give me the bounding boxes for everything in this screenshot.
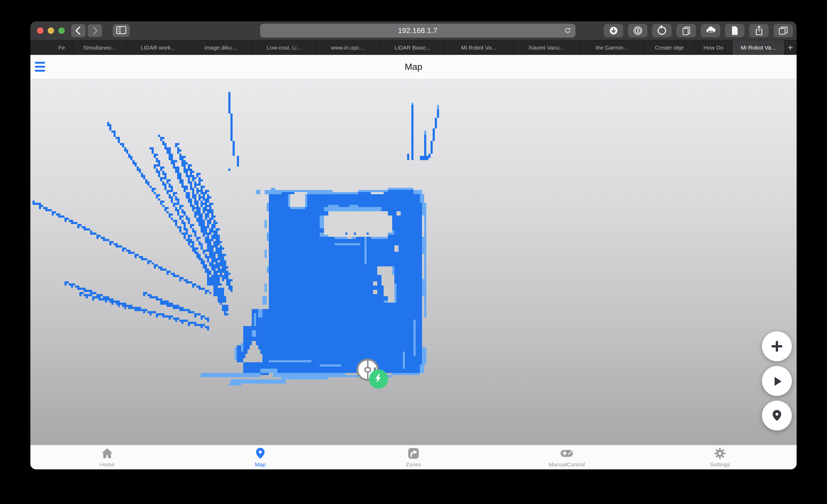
zoom-in-fab[interactable] xyxy=(762,332,792,361)
page-title: Map xyxy=(30,55,797,78)
forward-button[interactable] xyxy=(88,24,102,37)
bottom-nav: HomeMapZonesManualControlSettings xyxy=(30,445,797,469)
download-circle-icon xyxy=(607,24,620,37)
web-content: Map HomeMapZonesManualControlSettings xyxy=(30,55,797,469)
history-back-button[interactable] xyxy=(652,24,672,37)
browser-tab[interactable] xyxy=(30,40,38,55)
back-button[interactable] xyxy=(71,24,86,37)
nav-label: Settings xyxy=(710,461,730,468)
map-canvas[interactable] xyxy=(30,80,797,445)
browser-tab[interactable]: LIDAR work... xyxy=(126,40,190,55)
browser-tab[interactable]: image.diku.... xyxy=(190,40,253,55)
reader-document-button[interactable] xyxy=(725,24,744,37)
share-icon xyxy=(753,24,765,37)
start-cleaning-fab[interactable] xyxy=(762,366,792,396)
back-chevron-icon xyxy=(72,25,84,37)
toolbar-right-buttons xyxy=(604,24,793,37)
nav-item-map[interactable]: Map xyxy=(184,445,337,469)
onepassword-icon xyxy=(632,24,644,37)
desktop: { "browser": { "url": "192.168.1.7", "tr… xyxy=(0,0,827,504)
browser-tab[interactable] xyxy=(38,40,51,55)
map-area[interactable] xyxy=(30,80,797,445)
document-icon xyxy=(729,24,741,37)
browser-tab[interactable]: Low-cost, Li... xyxy=(253,40,315,55)
nav-label: Map xyxy=(255,461,265,468)
browser-tab[interactable]: Create obje xyxy=(644,40,694,55)
gear-icon xyxy=(714,447,726,461)
cloud-key-icon xyxy=(704,24,717,37)
pin-icon xyxy=(771,409,783,422)
forward-chevron-icon xyxy=(89,25,101,37)
fab-stack xyxy=(762,332,792,431)
charger-marker[interactable] xyxy=(369,369,388,389)
tabs-icon xyxy=(777,24,789,37)
pin-icon xyxy=(254,447,267,461)
password-manager-button[interactable] xyxy=(628,24,647,37)
close-button[interactable] xyxy=(37,28,43,34)
minimize-button[interactable] xyxy=(48,28,54,34)
nav-label: Home xyxy=(100,461,114,468)
gamepad-icon xyxy=(560,447,574,461)
robot-lidar-turret xyxy=(364,367,371,373)
tab-bar: FeSimultaneo...LIDAR work...image.diku..… xyxy=(30,40,797,55)
maximize-button[interactable] xyxy=(58,28,65,34)
browser-toolbar: 192.168.1.7 xyxy=(30,21,797,40)
sidebar-icon xyxy=(115,24,127,37)
duplicate-tab-button[interactable] xyxy=(676,24,696,37)
app-header: Map xyxy=(30,55,797,80)
play-icon xyxy=(770,374,784,388)
nav-item-manualcontrol[interactable]: ManualControl xyxy=(490,445,643,469)
share-button[interactable] xyxy=(749,24,769,37)
browser-tab[interactable]: Simultaneo... xyxy=(73,40,126,55)
address-bar[interactable]: 192.168.1.7 xyxy=(260,24,576,38)
goto-location-fab[interactable] xyxy=(762,401,792,431)
cloud-key-extension-button[interactable] xyxy=(701,24,720,37)
nav-item-home[interactable]: Home xyxy=(30,445,184,469)
nav-label: Zones xyxy=(406,461,421,468)
charging-bolt-icon xyxy=(373,373,384,386)
pages-icon xyxy=(680,24,692,37)
browser-tab-active[interactable]: Mi Robot Va... xyxy=(732,40,784,55)
nav-label: ManualControl xyxy=(548,461,585,468)
nav-buttons xyxy=(71,24,102,37)
browser-tab[interactable]: LiDAR Basic... xyxy=(381,40,444,55)
new-tab-button[interactable]: + xyxy=(784,40,797,55)
sidebar-toggle-button[interactable] xyxy=(113,24,130,37)
traffic-lights xyxy=(37,28,65,34)
browser-tab[interactable]: Xiaomi Vacu... xyxy=(513,40,580,55)
safari-window: 192.168.1.7 FeSimultaneo...LIDAR work...… xyxy=(30,21,797,469)
browser-tab[interactable]: How Do xyxy=(694,40,732,55)
zones-icon xyxy=(407,447,420,461)
url-text: 192.168.1.7 xyxy=(398,27,437,35)
browser-tab[interactable]: Fe xyxy=(51,40,73,55)
plus-icon xyxy=(770,339,784,353)
home-icon xyxy=(101,447,113,461)
nav-item-settings[interactable]: Settings xyxy=(643,445,797,469)
browser-tab[interactable]: the Garmin... xyxy=(580,40,644,55)
tab-overview-button[interactable] xyxy=(773,24,793,37)
nav-item-zones[interactable]: Zones xyxy=(337,445,490,469)
downloads-button[interactable] xyxy=(604,24,623,37)
reload-button[interactable] xyxy=(564,27,571,34)
browser-tab[interactable]: Mi Robot Va... xyxy=(444,40,513,55)
rotate-ccw-icon xyxy=(656,24,668,37)
browser-tab[interactable]: www.iri.upc.... xyxy=(315,40,381,55)
